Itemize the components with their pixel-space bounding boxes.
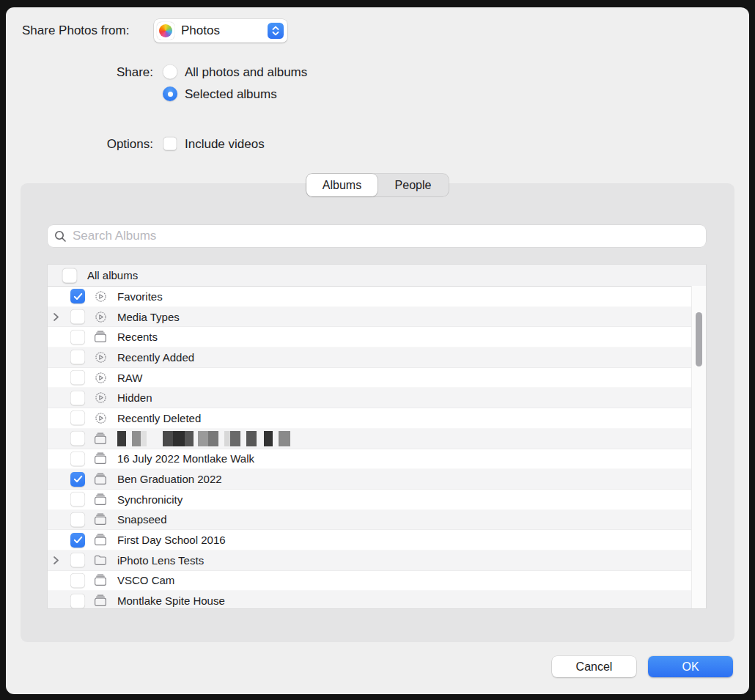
all-albums-label: All albums [87, 269, 138, 281]
album-row-label: iPhoto Lens Tests [117, 554, 204, 567]
album-icon [93, 432, 108, 445]
album-checkbox[interactable] [70, 553, 85, 567]
album-icon [93, 574, 108, 586]
smart-album-icon [93, 351, 108, 364]
album-row-label: Media Types [117, 311, 180, 323]
album-row[interactable] [48, 429, 691, 449]
album-row-label: RAW [117, 372, 142, 384]
album-row[interactable]: Recently Deleted [48, 408, 691, 429]
album-row-label: Recently Deleted [117, 412, 201, 424]
album-row-label: 16 July 2022 Montlake Walk [117, 452, 254, 465]
album-list: All albums Favorites Media Types [48, 265, 706, 608]
album-checkbox[interactable] [70, 330, 85, 345]
smart-album-icon [93, 372, 108, 384]
album-checkbox[interactable] [70, 512, 85, 527]
album-row-label: Hidden [117, 391, 152, 404]
options-label: Options: [6, 136, 153, 152]
album-icon [93, 493, 108, 506]
album-checkbox[interactable] [70, 594, 85, 608]
album-icon [93, 534, 108, 546]
album-checkbox[interactable] [70, 410, 85, 425]
album-icon [93, 594, 108, 607]
album-row-label: First Day School 2016 [117, 534, 226, 546]
album-row-label: Synchronicity [117, 493, 183, 506]
album-icon [93, 513, 108, 526]
album-checkbox[interactable] [70, 350, 85, 364]
album-row[interactable]: First Day School 2016 [48, 530, 691, 550]
smart-album-icon [93, 311, 108, 323]
album-row[interactable]: Media Types [48, 307, 691, 328]
album-checkbox[interactable] [70, 309, 85, 324]
album-row-label: Recently Added [117, 351, 194, 364]
radio-selected-albums[interactable] [163, 86, 177, 101]
album-row[interactable]: Snapseed [48, 510, 691, 531]
redacted-album-name [117, 431, 295, 446]
disclosure-chevron-icon[interactable] [53, 312, 60, 322]
include-videos-label[interactable]: Include videos [185, 136, 265, 152]
smart-album-icon [93, 412, 108, 424]
album-checkbox[interactable] [70, 492, 85, 506]
scrollbar-track[interactable] [691, 286, 706, 608]
album-row[interactable]: VSCO Cam [48, 571, 691, 592]
ok-button[interactable]: OK [648, 656, 733, 677]
share-photos-from-label: Share Photos from: [22, 23, 129, 39]
album-row-label: Montlake Spite House [117, 594, 225, 607]
album-checkbox[interactable] [70, 533, 85, 548]
all-albums-checkbox[interactable] [62, 268, 77, 283]
album-row[interactable]: 16 July 2022 Montlake Walk [48, 449, 691, 470]
share-photos-dialog: Share Photos from: Photos Share: All pho… [6, 7, 749, 694]
album-row[interactable]: Favorites [48, 287, 691, 307]
album-row[interactable]: RAW [48, 368, 691, 388]
album-row-label: VSCO Cam [117, 574, 174, 586]
album-row[interactable]: Recents [48, 327, 691, 347]
album-row[interactable]: Hidden [48, 388, 691, 408]
folder-icon [93, 555, 108, 566]
album-checkbox[interactable] [70, 289, 85, 303]
radio-all-photos-label[interactable]: All photos and albums [185, 65, 307, 81]
scrollbar-thumb[interactable] [696, 312, 702, 366]
albums-people-segmented-control: Albums People [306, 174, 449, 196]
album-row[interactable]: Montlake Spite House [48, 591, 691, 608]
album-checkbox[interactable] [70, 452, 85, 466]
popup-selected-value: Photos [181, 23, 268, 38]
include-videos-checkbox[interactable] [163, 137, 177, 150]
disclosure-chevron-icon[interactable] [53, 556, 60, 565]
share-label: Share: [6, 65, 153, 81]
album-checkbox[interactable] [70, 472, 85, 487]
photos-app-icon [157, 22, 174, 40]
search-icon [54, 230, 67, 243]
album-list-header: All albums [48, 265, 706, 287]
smart-album-icon [93, 290, 108, 303]
smart-album-icon [93, 391, 108, 404]
photos-source-popup[interactable]: Photos [154, 19, 287, 43]
album-icon [93, 331, 108, 343]
search-input[interactable] [71, 228, 706, 244]
album-checkbox[interactable] [70, 431, 85, 446]
album-row-label [117, 431, 295, 446]
album-checkbox[interactable] [70, 391, 85, 405]
tab-people[interactable]: People [378, 174, 449, 196]
tab-albums[interactable]: Albums [306, 174, 378, 196]
album-row-label: Favorites [117, 290, 163, 303]
radio-selected-albums-label[interactable]: Selected albums [185, 86, 277, 103]
album-row-label: Snapseed [117, 513, 167, 526]
album-rows: Favorites Media Types Recents Recently [48, 287, 691, 608]
album-icon [93, 452, 108, 465]
album-checkbox[interactable] [70, 370, 85, 385]
up-down-chevrons-icon [268, 23, 284, 39]
album-row-label: Recents [117, 331, 158, 343]
album-row[interactable]: Ben Graduation 2022 [48, 469, 691, 490]
cancel-button[interactable]: Cancel [552, 656, 636, 677]
album-row[interactable]: Synchronicity [48, 490, 691, 510]
album-checkbox[interactable] [70, 573, 85, 588]
album-row[interactable]: iPhoto Lens Tests [48, 550, 691, 571]
album-row-label: Ben Graduation 2022 [117, 473, 222, 485]
search-field [48, 225, 706, 247]
album-icon [93, 473, 108, 485]
radio-all-photos-and-albums[interactable] [163, 65, 177, 79]
album-row[interactable]: Recently Added [48, 347, 691, 368]
